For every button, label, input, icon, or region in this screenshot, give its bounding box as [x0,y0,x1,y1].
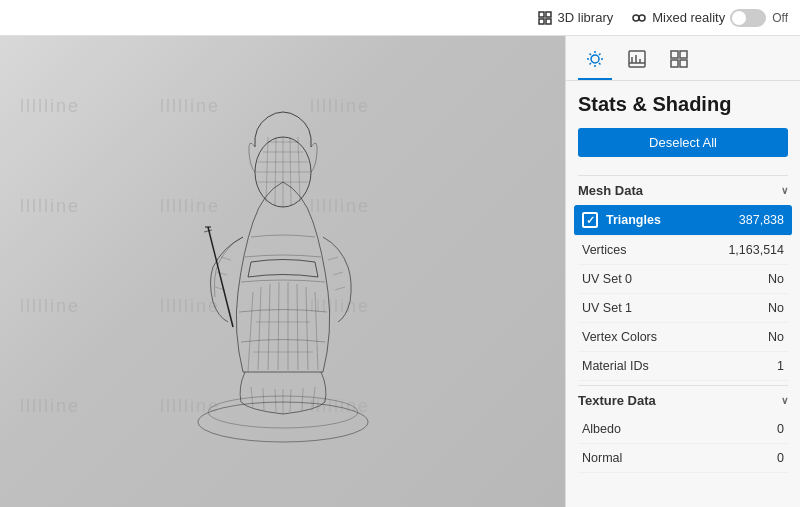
svg-line-29 [328,257,338,260]
vertices-label: Vertices [582,243,626,257]
svg-line-31 [335,287,345,290]
toggle-container[interactable]: Off [730,9,788,27]
mesh-data-chevron: ∨ [781,185,788,196]
svg-line-38 [313,387,315,407]
texture-data-chevron: ∨ [781,395,788,406]
mixed-reality-label: Mixed reality [652,10,725,25]
toggle-switch[interactable] [730,9,766,27]
svg-rect-58 [680,60,687,67]
library-button[interactable]: 3D library [537,10,614,26]
uvset0-row: UV Set 0 No [578,265,788,294]
normal-label: Normal [582,451,622,465]
svg-line-37 [302,388,303,410]
right-panel: Stats & Shading Deselect All Mesh Data ∨… [565,36,800,507]
svg-line-49 [590,63,592,65]
svg-line-28 [204,230,212,232]
svg-line-30 [333,272,343,275]
viewport[interactable]: llllline llllline llllline llllline llll… [0,36,565,507]
svg-line-47 [599,63,601,65]
svg-line-48 [599,54,601,56]
albedo-label: Albedo [582,422,621,436]
svg-line-33 [263,388,264,410]
svg-line-19 [275,137,276,205]
watermark: llllline [20,96,80,117]
texture-data-section-header[interactable]: Texture Data ∨ [578,385,788,415]
svg-point-41 [591,55,599,63]
panel-content: Stats & Shading Deselect All Mesh Data ∨… [566,81,800,507]
tab-sun[interactable] [578,44,612,80]
svg-rect-56 [680,51,687,58]
panel-tabs [566,36,800,81]
svg-line-34 [275,389,276,412]
vertex-colors-label: Vertex Colors [582,330,657,344]
triangles-checkbox[interactable] [582,212,598,228]
material-ids-row: Material IDs 1 [578,352,788,381]
mixed-reality-toggle[interactable]: Mixed reality Off [631,9,788,27]
svg-line-21 [290,137,291,205]
triangles-label: Triangles [582,212,661,228]
svg-line-22 [298,137,300,202]
watermark: llllline [20,296,80,317]
svg-rect-57 [671,60,678,67]
svg-point-0 [633,15,639,21]
uvset1-value: No [768,301,784,315]
svg-line-11 [315,292,318,370]
watermark: llllline [20,396,80,417]
svg-line-4 [248,292,253,372]
svg-line-18 [266,137,268,202]
svg-line-6 [268,284,270,370]
vertex-colors-value: No [768,330,784,344]
svg-line-23 [221,257,231,260]
svg-line-32 [251,387,253,407]
triangles-row[interactable]: Triangles 387,838 [574,205,792,236]
toggle-knob [732,11,746,25]
svg-line-7 [278,282,279,370]
tab-chart[interactable] [620,44,654,80]
normal-row: Normal 0 [578,444,788,473]
mesh-data-section-header[interactable]: Mesh Data ∨ [578,175,788,205]
svg-line-10 [306,287,308,370]
tab-grid[interactable] [662,44,696,80]
svg-line-36 [290,389,291,412]
vertex-colors-row: Vertex Colors No [578,323,788,352]
svg-line-24 [217,272,227,275]
svg-line-9 [297,284,298,370]
svg-rect-55 [671,51,678,58]
svg-point-1 [639,15,645,21]
topbar: 3D library Mixed reality Off [0,0,800,36]
uvset0-label: UV Set 0 [582,272,632,286]
svg-line-26 [208,227,233,327]
off-label: Off [772,11,788,25]
deselect-all-button[interactable]: Deselect All [578,128,788,157]
watermark: llllline [20,196,80,217]
library-label: 3D library [558,10,614,25]
texture-data-label: Texture Data [578,393,656,408]
svg-line-5 [258,287,261,370]
mesh-data-label: Mesh Data [578,183,643,198]
3d-figure [143,82,423,462]
triangles-value: 387,838 [739,213,784,227]
panel-title: Stats & Shading [578,93,788,116]
main-content: llllline llllline llllline llllline llll… [0,36,800,507]
uvset0-value: No [768,272,784,286]
normal-value: 0 [777,451,784,465]
vertices-row: Vertices 1,163,514 [578,236,788,265]
material-ids-value: 1 [777,359,784,373]
albedo-value: 0 [777,422,784,436]
svg-line-46 [590,54,592,56]
uvset1-row: UV Set 1 No [578,294,788,323]
vertices-value: 1,163,514 [728,243,784,257]
material-ids-label: Material IDs [582,359,649,373]
albedo-row: Albedo 0 [578,415,788,444]
uvset1-label: UV Set 1 [582,301,632,315]
